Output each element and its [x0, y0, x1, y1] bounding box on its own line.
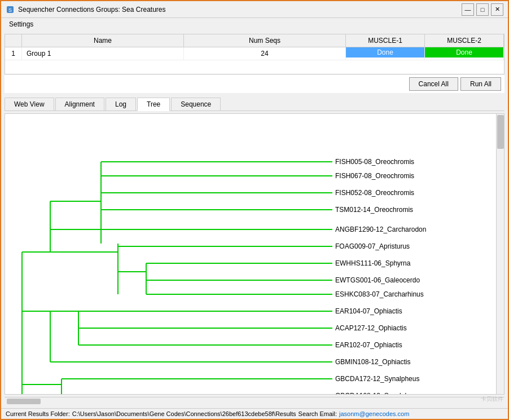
node-label-14: GBCDA168-12_Synalpheus: [335, 392, 419, 395]
tab-alignment[interactable]: Alignment: [55, 98, 104, 110]
muscle1-status: Done: [346, 47, 424, 58]
node-label-7: EWTGS001-06_Galeocerdo: [335, 276, 420, 284]
table-row: 1 Group 1 24 Done Done: [5, 47, 504, 60]
node-label-0: FISH005-08_Oreochromis: [335, 158, 414, 166]
window-title: Sequencher Connections Groups: Sea Creat…: [18, 6, 166, 14]
folder-label: Current Results Folder:: [6, 410, 70, 417]
row-muscle2: Done: [425, 47, 504, 60]
tabs-bar: Web View Alignment Log Tree Sequence: [5, 98, 504, 111]
node-label-5: FOAG009-07_Apristurus: [335, 242, 410, 250]
h-scrollbar-thumb[interactable]: [7, 399, 41, 404]
search-label: Search Email:: [299, 410, 337, 417]
table-header: Name Num Seqs MUSCLE-1 MUSCLE-2: [5, 34, 504, 47]
main-content: Name Num Seqs MUSCLE-1 MUSCLE-2 1 Group …: [1, 30, 508, 408]
tab-sequence[interactable]: Sequence: [171, 98, 221, 110]
close-button[interactable]: ✕: [491, 3, 503, 16]
node-label-3: TSM012-14_Oreochromis: [335, 206, 413, 214]
cancel-all-button[interactable]: Cancel All: [409, 77, 458, 91]
node-label-8: ESHKC083-07_Carcharhinus: [335, 290, 424, 298]
node-label-10: ACAP127-12_Ophiactis: [335, 324, 407, 332]
scrollbar-thumb[interactable]: [497, 115, 504, 149]
row-muscle1: Done: [346, 47, 425, 60]
main-window: S Sequencher Connections Groups: Sea Cre…: [0, 0, 509, 420]
row-name: Group 1: [22, 47, 184, 60]
col-muscle2: MUSCLE-2: [425, 34, 504, 47]
node-label-2: FISH052-08_Oreochromis: [335, 189, 414, 197]
tree-svg: FISH005-08_Oreochromis FISH067-08_Oreoch…: [5, 114, 490, 395]
row-index: 1: [5, 47, 22, 60]
tab-tree[interactable]: Tree: [137, 98, 170, 111]
settings-menu[interactable]: Settings: [6, 19, 37, 29]
tab-log[interactable]: Log: [106, 98, 136, 110]
status-bar: Current Results Folder: C:\Users\Jason\D…: [1, 408, 508, 419]
title-bar: S Sequencher Connections Groups: Sea Cre…: [1, 1, 508, 18]
node-label-1: FISH067-08_Oreochromis: [335, 172, 414, 180]
node-label-12: GBMIN108-12_Ophiactis: [335, 358, 410, 366]
horizontal-scrollbar[interactable]: [5, 397, 504, 405]
node-label-13: GBCDA172-12_Synalpheus: [335, 375, 419, 383]
col-index: [5, 34, 22, 47]
col-name: Name: [22, 34, 184, 47]
table-actions: Cancel All Run All: [5, 74, 504, 93]
svg-text:S: S: [8, 7, 12, 13]
col-muscle1: MUSCLE-1: [346, 34, 425, 47]
empty-row: [5, 60, 504, 74]
connections-table-container: Name Num Seqs MUSCLE-1 MUSCLE-2 1 Group …: [5, 34, 504, 93]
muscle2-status: Done: [425, 47, 503, 58]
tab-web-view[interactable]: Web View: [5, 98, 54, 110]
node-label-6: EWHHS111-06_Sphyrna: [335, 259, 411, 267]
tree-view[interactable]: FISH005-08_Oreochromis FISH067-08_Oreoch…: [5, 113, 504, 395]
node-label-4: ANGBF1290-12_Carcharodon: [335, 226, 426, 233]
menu-bar: Settings: [1, 18, 508, 30]
maximize-button[interactable]: □: [476, 3, 489, 16]
title-bar-left: S Sequencher Connections Groups: Sea Cre…: [6, 5, 166, 14]
folder-path: C:\Users\Jason\Documents\Gene Codes\Conn…: [72, 410, 296, 417]
node-label-9: EAR104-07_Ophiactis: [335, 307, 402, 315]
connections-table: Name Num Seqs MUSCLE-1 MUSCLE-2 1 Group …: [5, 34, 504, 74]
row-numseqs: 24: [184, 47, 346, 60]
col-numseqs: Num Seqs: [184, 34, 346, 47]
scrollbar[interactable]: [496, 114, 504, 394]
node-label-11: EAR102-07_Ophiactis: [335, 341, 402, 349]
title-bar-buttons: — □ ✕: [462, 3, 503, 16]
app-icon: S: [6, 5, 15, 14]
run-all-button[interactable]: Run All: [460, 77, 501, 91]
watermark: 卡贝软件: [481, 395, 503, 403]
minimize-button[interactable]: —: [462, 3, 474, 16]
search-email[interactable]: jasonm@genecodes.com: [339, 410, 409, 417]
